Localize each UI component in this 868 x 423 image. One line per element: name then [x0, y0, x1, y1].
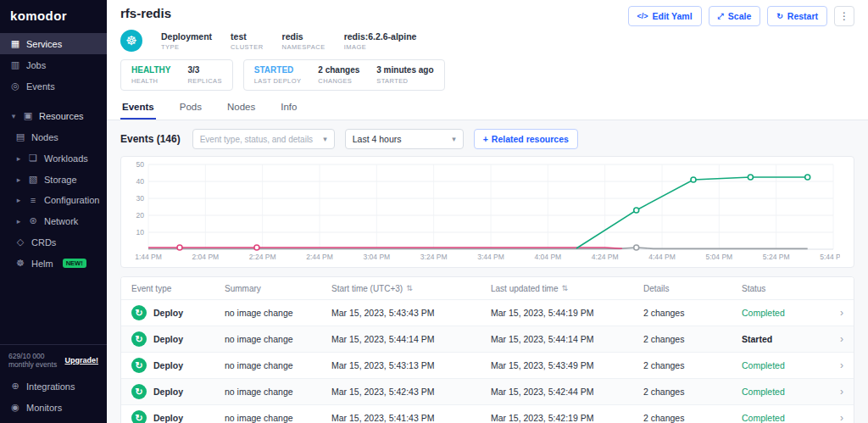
started-stat: 3 minutes ago STARTED	[376, 65, 433, 85]
sidebar-item-services[interactable]: ▦ Services	[0, 33, 107, 54]
upgrade-link[interactable]: Upgrade!	[64, 356, 98, 365]
row-summary: no image change	[225, 413, 331, 423]
svg-text:3:44 PM: 3:44 PM	[477, 253, 504, 261]
sidebar-item-events[interactable]: ◎ Events	[0, 75, 107, 97]
svg-text:40: 40	[136, 177, 145, 186]
events-icon: ◎	[10, 81, 20, 92]
header-actions: </> Edit Yaml ⤢ Scale ↻ Restart ⋮	[628, 6, 854, 26]
row-details: 2 changes	[643, 413, 742, 423]
storage-icon: ▧	[28, 174, 38, 185]
svg-text:5:44 PM: 5:44 PM	[820, 253, 840, 261]
table-row[interactable]: ↻Deploy no image change Mar 15, 2023, 5:…	[121, 404, 854, 423]
sidebar-item-network[interactable]: ▸ ⊛ Network	[0, 210, 107, 231]
sidebar-item-monitors[interactable]: ◉ Monitors	[0, 397, 107, 423]
last-deploy-stat: STARTED LAST DEPLOY	[254, 65, 302, 85]
svg-text:5:24 PM: 5:24 PM	[763, 253, 790, 261]
sidebar-item-integrations[interactable]: ⊕ Integrations	[0, 376, 107, 397]
helm-icon: ☸	[15, 258, 25, 269]
col-last-updated[interactable]: Last updated time ⇅	[491, 284, 643, 293]
sidebar-item-workloads[interactable]: ▸ ❏ Workloads	[0, 147, 107, 169]
sidebar-item-crds[interactable]: ◇ CRDs	[0, 231, 107, 253]
new-badge: NEW!	[63, 259, 86, 268]
sort-icon: ⇅	[406, 284, 413, 292]
chevron-right-icon[interactable]: ›	[823, 412, 843, 423]
table-row[interactable]: ↻Deploy no image change Mar 15, 2023, 5:…	[121, 352, 854, 378]
event-filter-input[interactable]: Event type, status, and details ▾	[192, 129, 335, 149]
row-updated-time: Mar 15, 2023, 5:44:19 PM	[491, 308, 643, 318]
last-deploy-card[interactable]: STARTED LAST DEPLOY 2 changes CHANGES 3 …	[243, 59, 445, 91]
sidebar-item-nodes[interactable]: ▤ Nodes	[0, 126, 107, 147]
meta-image: redis:6.2.6-alpine IMAGE	[344, 31, 417, 51]
tab-bar: Events Pods Nodes Info	[107, 91, 868, 120]
edit-yaml-button[interactable]: </> Edit Yaml	[628, 6, 702, 26]
sidebar-item-configuration[interactable]: ▸ ≡ Configuration	[0, 190, 107, 210]
tab-pods[interactable]: Pods	[178, 97, 203, 120]
sidebar-item-helm[interactable]: ☸ Helm NEW!	[0, 253, 107, 274]
restart-button[interactable]: ↻ Restart	[767, 6, 827, 26]
sidebar-section-resources[interactable]: ▾ ▣ Resources	[0, 105, 107, 126]
more-options-button[interactable]: ⋮	[834, 6, 854, 26]
deploy-icon: ↻	[131, 410, 147, 423]
chevron-right-icon[interactable]: ›	[823, 307, 843, 319]
row-start-time: Mar 15, 2023, 5:43:13 PM	[331, 360, 491, 370]
network-icon: ⊛	[28, 215, 38, 226]
events-filters: Events (146) Event type, status, and det…	[120, 129, 854, 149]
events-table: Event type Summary Start time (UTC+3) ⇅ …	[120, 276, 854, 423]
sidebar-item-jobs[interactable]: ▥ Jobs	[0, 54, 107, 75]
row-details: 2 changes	[643, 387, 742, 397]
deploy-icon: ↻	[131, 305, 147, 320]
table-row[interactable]: ↻Deploy no image change Mar 15, 2023, 5:…	[121, 299, 854, 326]
row-summary: no image change	[225, 360, 331, 370]
row-start-time: Mar 15, 2023, 5:42:43 PM	[331, 387, 491, 397]
svg-text:4:04 PM: 4:04 PM	[535, 253, 562, 261]
col-start-time[interactable]: Start time (UTC+3) ⇅	[331, 284, 491, 293]
health-card[interactable]: HEALTHY HEALTH 3/3 REPLICAS	[120, 59, 233, 91]
row-start-time: Mar 15, 2023, 5:41:43 PM	[331, 413, 491, 423]
svg-text:5:04 PM: 5:04 PM	[706, 253, 733, 261]
filter-placeholder: Event type, status, and details	[200, 135, 313, 144]
service-meta: ☸ Deployment TYPE test CLUSTER redis NAM…	[107, 26, 868, 52]
deploy-icon: ↻	[131, 331, 147, 347]
tab-events[interactable]: Events	[120, 97, 156, 120]
col-summary: Summary	[225, 284, 331, 293]
workloads-icon: ❏	[28, 153, 38, 164]
svg-text:50: 50	[136, 160, 145, 169]
svg-text:30: 30	[136, 194, 145, 203]
chevron-down-icon: ▾	[452, 135, 456, 143]
sidebar-item-label: Services	[26, 39, 62, 49]
integrations-icon: ⊕	[10, 381, 20, 392]
meta-type: Deployment TYPE	[161, 31, 212, 51]
chevron-right-icon[interactable]: ›	[823, 359, 843, 371]
scale-button[interactable]: ⤢ Scale	[709, 6, 761, 26]
chevron-right-icon: ▸	[15, 196, 22, 204]
scale-icon: ⤢	[718, 12, 724, 21]
time-range-select[interactable]: Last 4 hours ▾	[345, 129, 464, 149]
chevron-right-icon[interactable]: ›	[823, 386, 843, 398]
chevron-right-icon[interactable]: ›	[823, 333, 843, 345]
sidebar-item-label: Network	[44, 216, 78, 226]
sidebar-item-storage[interactable]: ▸ ▧ Storage	[0, 169, 107, 190]
tab-nodes[interactable]: Nodes	[225, 97, 257, 120]
sidebar-item-label: Monitors	[26, 403, 62, 413]
related-resources-button[interactable]: + Related resources	[474, 129, 578, 149]
sidebar-item-label: Integrations	[26, 381, 75, 392]
table-row[interactable]: ↻Deploy no image change Mar 15, 2023, 5:…	[121, 326, 854, 352]
table-row[interactable]: ↻Deploy no image change Mar 15, 2023, 5:…	[121, 378, 854, 404]
restart-label: Restart	[787, 11, 818, 21]
sidebar-spacer	[0, 274, 107, 344]
meta-cluster: test CLUSTER	[231, 31, 264, 51]
sidebar-item-label: Helm	[31, 259, 53, 269]
row-start-time: Mar 15, 2023, 5:43:43 PM	[331, 308, 491, 318]
main-panel: rfs-redis </> Edit Yaml ⤢ Scale ↻ Restar…	[107, 0, 868, 423]
row-updated-time: Mar 15, 2023, 5:43:49 PM	[491, 360, 643, 370]
sidebar-item-label: Events	[26, 81, 55, 92]
col-details: Details	[643, 284, 742, 293]
tab-info[interactable]: Info	[279, 97, 298, 120]
row-summary: no image change	[225, 334, 331, 344]
svg-text:3:24 PM: 3:24 PM	[420, 253, 448, 261]
deployment-app-icon: ☸	[120, 30, 142, 52]
events-chart-svg: 1:44 PM2:04 PM2:24 PM2:44 PM3:04 PM3:24 …	[128, 159, 840, 263]
status-badge: Completed	[742, 360, 823, 370]
sidebar-item-label: CRDs	[31, 237, 56, 248]
page-title: rfs-redis	[120, 6, 171, 20]
